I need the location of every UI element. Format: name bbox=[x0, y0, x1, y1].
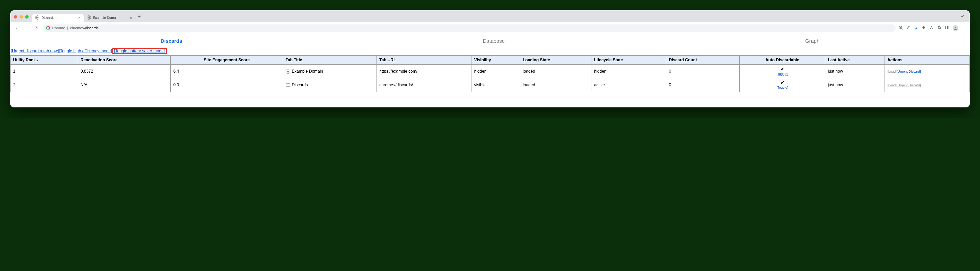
col-tab-url[interactable]: Tab URL bbox=[377, 56, 471, 65]
cell-url: https://example.com/ bbox=[377, 65, 471, 78]
bookmark-star-icon[interactable]: ★ bbox=[915, 26, 918, 31]
address-bar[interactable]: Chrome | chrome://discards bbox=[43, 24, 896, 32]
new-tab-button[interactable]: + bbox=[135, 14, 143, 20]
cell-rank: 1 bbox=[11, 65, 78, 78]
menu-icon[interactable]: ⋮ bbox=[962, 26, 966, 31]
sort-asc-icon: ▲ bbox=[36, 59, 38, 62]
browser-window: Discards × Example Domain × + ← → ⟳ Chro… bbox=[10, 10, 970, 107]
toggle-high-efficiency-link[interactable]: [Toggle high efficiency mode] bbox=[59, 49, 112, 53]
window-controls bbox=[14, 15, 29, 19]
cell-title: Example Domain bbox=[283, 65, 377, 78]
svg-line-1 bbox=[902, 28, 902, 29]
cell-discard-count: 0 bbox=[666, 65, 740, 78]
table-row: 2N/A0.0Discardschrome://discards/visible… bbox=[11, 78, 970, 92]
close-tab-icon[interactable]: × bbox=[78, 16, 81, 20]
extensions-icon[interactable] bbox=[921, 26, 926, 31]
cell-reactivation: 0.8372 bbox=[78, 65, 170, 78]
profile-avatar[interactable] bbox=[953, 25, 958, 31]
tab-database[interactable]: Database bbox=[483, 38, 505, 44]
highlighted-action: [Toggle battery saver mode] bbox=[112, 48, 167, 54]
toolbar-actions: ★ ⋮ bbox=[899, 25, 966, 31]
col-reactivation-score[interactable]: Reactivation Score bbox=[78, 56, 170, 65]
urgent-discard-action[interactable]: [Urgent Discard] bbox=[897, 70, 921, 73]
tab-search-button[interactable] bbox=[961, 14, 964, 19]
globe-icon bbox=[87, 16, 91, 19]
check-icon: ✔ bbox=[781, 80, 784, 86]
update-icon[interactable] bbox=[937, 26, 942, 31]
cell-visibility: visible bbox=[471, 78, 520, 92]
col-utility-rank[interactable]: Utility Rank▲ bbox=[11, 56, 78, 65]
cell-lifecycle: active bbox=[592, 78, 666, 92]
cell-title: Discards bbox=[283, 78, 377, 92]
zoom-icon[interactable] bbox=[899, 26, 903, 31]
load-action: [Load] bbox=[887, 70, 897, 73]
browser-tab-discards[interactable]: Discards × bbox=[32, 14, 84, 22]
close-tab-icon[interactable]: × bbox=[130, 16, 132, 20]
cell-loading: loaded bbox=[520, 78, 592, 92]
page-content: Discards Database Graph [Urgent discard … bbox=[10, 34, 970, 107]
cell-engagement: 6.4 bbox=[170, 65, 283, 78]
minimize-window-button[interactable] bbox=[19, 15, 23, 19]
toggle-auto-discard-link[interactable]: [Toggle] bbox=[776, 86, 788, 90]
urgent-discard-action: [Urgent Discard] bbox=[897, 83, 921, 87]
back-button[interactable]: ← bbox=[14, 24, 21, 32]
cell-discard-count: 0 bbox=[666, 78, 740, 92]
global-actions: [Urgent discard a tab now][Toggle high e… bbox=[10, 48, 970, 56]
col-auto-discardable[interactable]: Auto Discardable bbox=[740, 56, 825, 65]
cell-lifecycle: hidden bbox=[592, 65, 666, 78]
col-discard-count[interactable]: Discard Count bbox=[666, 56, 740, 65]
cell-last-active: just now bbox=[825, 78, 885, 92]
col-last-active[interactable]: Last Active bbox=[825, 56, 885, 65]
page-tab-strip: Discards Database Graph bbox=[10, 34, 970, 48]
cell-last-active: just now bbox=[825, 65, 885, 78]
cell-engagement: 0.0 bbox=[170, 78, 283, 92]
tab-discards[interactable]: Discards bbox=[161, 38, 183, 44]
cell-url: chrome://discards/ bbox=[377, 78, 471, 92]
urgent-discard-link[interactable]: [Urgent discard a tab now] bbox=[11, 49, 59, 53]
toggle-battery-saver-link[interactable]: [Toggle battery saver mode] bbox=[114, 49, 165, 53]
cell-reactivation: N/A bbox=[78, 78, 170, 92]
cell-actions: [Load][Urgent Discard] bbox=[885, 65, 969, 78]
tab-graph[interactable]: Graph bbox=[805, 38, 820, 44]
toggle-auto-discard-link[interactable]: [Toggle] bbox=[776, 72, 788, 76]
labs-icon[interactable] bbox=[929, 26, 934, 31]
cell-auto-discardable: ✔[Toggle] bbox=[740, 65, 825, 78]
tab-title: Discards bbox=[41, 16, 76, 19]
discards-table: Utility Rank▲ Reactivation Score Site En… bbox=[10, 56, 970, 92]
side-panel-icon[interactable] bbox=[945, 26, 949, 31]
cell-visibility: hidden bbox=[471, 65, 520, 78]
check-icon: ✔ bbox=[781, 67, 784, 72]
chrome-icon bbox=[46, 26, 50, 30]
globe-icon bbox=[286, 69, 290, 74]
url-scheme-label: Chrome bbox=[52, 26, 65, 30]
col-loading-state[interactable]: Loading State bbox=[520, 56, 592, 65]
tab-title: Example Domain bbox=[93, 16, 128, 19]
cell-loading: loaded bbox=[520, 65, 592, 78]
globe-icon bbox=[286, 83, 290, 87]
reload-button[interactable]: ⟳ bbox=[33, 24, 40, 32]
browser-tab-example[interactable]: Example Domain × bbox=[84, 14, 135, 22]
separator: | bbox=[67, 26, 68, 30]
toolbar: ← → ⟳ Chrome | chrome://discards ★ bbox=[10, 22, 970, 34]
cell-actions: [Load][Urgent Discard] bbox=[885, 78, 969, 92]
cell-rank: 2 bbox=[11, 78, 78, 92]
url-text: chrome://discards bbox=[70, 26, 99, 30]
maximize-window-button[interactable] bbox=[25, 15, 29, 19]
svg-rect-4 bbox=[945, 26, 949, 29]
globe-icon bbox=[35, 16, 40, 19]
cell-auto-discardable: ✔[Toggle] bbox=[740, 78, 825, 92]
col-tab-title[interactable]: Tab Title bbox=[283, 56, 377, 65]
forward-button[interactable]: → bbox=[24, 24, 30, 32]
table-row: 10.83726.4Example Domainhttps://example.… bbox=[11, 65, 970, 78]
col-actions[interactable]: Actions bbox=[885, 56, 969, 65]
close-window-button[interactable] bbox=[14, 15, 17, 19]
col-visibility[interactable]: Visibility bbox=[471, 56, 520, 65]
col-lifecycle-state[interactable]: Lifecycle State bbox=[592, 56, 666, 65]
col-site-engagement[interactable]: Site Engagement Score bbox=[170, 56, 283, 65]
share-icon[interactable] bbox=[907, 26, 911, 31]
tab-strip: Discards × Example Domain × + bbox=[10, 10, 970, 22]
load-action: [Load] bbox=[887, 83, 897, 87]
svg-point-6 bbox=[955, 27, 956, 28]
